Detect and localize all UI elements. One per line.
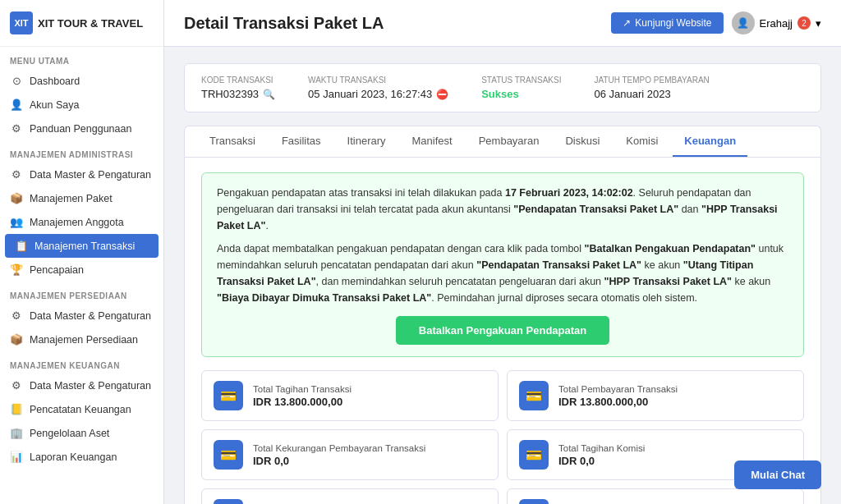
external-link-icon: ↗ (623, 17, 631, 29)
section-persediaan: MANAJEMEN PERSEDIAAN (0, 282, 163, 304)
card-kekurangan-pembayaran-komisi: 💳 Total Kekurangan Pembayaran Komisi IDR… (507, 488, 804, 504)
card-total-pembayaran-transaksi: 💳 Total Pembayaran Transaksi IDR 13.800.… (507, 370, 804, 421)
avatar: 👤 (732, 11, 755, 34)
notice-box: Pengakuan pendapatan atas transaksi ini … (201, 172, 804, 357)
sidebar-item-manajemen-persediaan[interactable]: 📦 Manajemen Persediaan (0, 328, 163, 351)
sidebar-item-dashboard[interactable]: ⊙ Dashboard (0, 69, 163, 93)
sidebar-item-pencapaian[interactable]: 🏆 Pencapaian (0, 258, 163, 282)
section-menu-utama: MENU UTAMA (0, 47, 163, 69)
search-icon[interactable]: 🔍 (263, 89, 275, 100)
package-icon: 📦 (10, 192, 23, 204)
sidebar-item-data-master-admin[interactable]: ⚙ Data Master & Pengaturan (0, 163, 163, 186)
notice-text-2: Anda dapat membatalkan pengakuan pendapa… (217, 241, 788, 306)
card-text-1: Total Pembayaran Transaksi IDR 13.800.00… (558, 384, 678, 408)
sidebar-item-manajemen-transaksi[interactable]: 📋 Manajemen Transaksi (5, 234, 159, 258)
user-icon: 👤 (10, 99, 23, 111)
notice-text: Pengakuan pendapatan atas transaksi ini … (217, 185, 788, 234)
dashboard-icon: ⊙ (10, 75, 23, 87)
card-pembayaran-komisi: 💳 Total Pembayaran Komisi IDR 0,0 (201, 488, 499, 504)
field-waktu-transaksi: WAKTU TRANSAKSI 05 Januari 2023, 16:27:4… (308, 76, 448, 100)
achievement-icon: 🏆 (10, 263, 23, 276)
stop-icon: ⛔ (436, 89, 448, 100)
card-kekurangan-pembayaran: 💳 Total Kekurangan Pembayaran Transaksi … (201, 429, 499, 480)
notification-badge: 2 (797, 16, 811, 30)
sidebar-item-data-master-keuangan[interactable]: ⚙ Data Master & Pengaturan (0, 373, 163, 397)
user-name: Erahajj (760, 17, 793, 30)
card-icon-3: 💳 (519, 440, 549, 470)
transaksi-icon: 📋 (15, 240, 28, 252)
page-title: Detail Transaksi Paket LA (184, 14, 384, 33)
sidebar-item-manajemen-paket[interactable]: 📦 Manajemen Paket (0, 186, 163, 210)
card-text-2: Total Kekurangan Pembayaran Transaksi ID… (253, 443, 425, 467)
tab-komisi[interactable]: Komisi (614, 126, 669, 157)
topbar-right: ↗ Kunjungi Website 👤 Erahajj 2 ▾ (611, 11, 821, 34)
inventory-icon: 📦 (10, 333, 23, 346)
mulai-chat-button[interactable]: Mulai Chat (734, 460, 821, 489)
field-status-transaksi: STATUS TRANSAKSI Sukses (481, 76, 561, 100)
section-keuangan: MANAJEMEN KEUANGAN (0, 351, 163, 373)
members-icon: 👥 (10, 216, 23, 228)
chevron-down-icon: ▾ (816, 17, 821, 30)
tab-keuangan[interactable]: Keuangan (673, 126, 747, 157)
settings-icon: ⚙ (10, 168, 23, 181)
tab-transaksi[interactable]: Transaksi (198, 126, 267, 157)
tab-pembayaran[interactable]: Pembayaran (467, 126, 551, 157)
settings2-icon: ⚙ (10, 309, 23, 322)
card-icon-5: 💳 (519, 499, 549, 504)
tab-manifest[interactable]: Manifest (401, 126, 464, 157)
batalkan-pengakuan-button[interactable]: Batalkan Pengakuan Pendapatan (396, 316, 609, 345)
logo-icon: XIT (10, 11, 33, 34)
field-jatuh-tempo: JATUH TEMPO PEMBAYARAN 06 Januari 2023 (594, 76, 709, 100)
sidebar-item-akun[interactable]: 👤 Akun Saya (0, 93, 163, 117)
tab-bar: Transaksi Fasilitas Itinerary Manifest P… (184, 126, 821, 157)
card-icon-2: 💳 (214, 440, 243, 470)
card-icon-4: 💳 (214, 499, 243, 504)
user-menu[interactable]: 👤 Erahajj 2 ▾ (732, 11, 821, 34)
sidebar-item-panduan[interactable]: ⚙ Panduan Penggunaan (0, 117, 163, 140)
waktu-value: 05 Januari 2023, 16:27:43 (308, 88, 432, 100)
sidebar-item-manajemen-anggota[interactable]: 👥 Manajemen Anggota (0, 210, 163, 234)
sidebar-item-pengelolaan-aset[interactable]: 🏢 Pengelolaan Aset (0, 421, 163, 445)
status-value: Sukses (481, 88, 519, 100)
guide-icon: ⚙ (10, 122, 23, 135)
card-icon-1: 💳 (519, 381, 549, 410)
tempo-value: 06 Januari 2023 (594, 88, 670, 100)
keuangan-tab-content: Pengakuan pendapatan atas transaksi ini … (184, 157, 821, 504)
info-row: KODE TRANSAKSI TRH032393 🔍 WAKTU TRANSAK… (184, 63, 821, 112)
logo-area: XIT XIT TOUR & TRAVEL (0, 0, 163, 47)
sidebar-item-pencatatan-keuangan[interactable]: 📒 Pencatatan Keuangan (0, 397, 163, 421)
sidebar: XIT XIT TOUR & TRAVEL MENU UTAMA ⊙ Dashb… (0, 0, 164, 504)
tab-itinerary[interactable]: Itinerary (336, 126, 398, 157)
card-text-3: Total Tagihan Komisi IDR 0,0 (558, 443, 645, 467)
asset-icon: 🏢 (10, 427, 23, 439)
field-kode-transaksi: KODE TRANSAKSI TRH032393 🔍 (201, 76, 275, 100)
tab-fasilitas[interactable]: Fasilitas (270, 126, 333, 157)
kode-value: TRH032393 (201, 88, 259, 100)
sidebar-item-laporan-keuangan[interactable]: 📊 Laporan Keuangan (0, 445, 163, 469)
tab-diskusi[interactable]: Diskusi (554, 126, 611, 157)
topbar: Detail Transaksi Paket LA ↗ Kunjungi Web… (164, 0, 841, 47)
section-manajemen-admin: MANAJEMEN ADMINISTRASI (0, 140, 163, 163)
visit-website-button[interactable]: ↗ Kunjungi Website (611, 12, 723, 34)
ledger-icon: 📒 (10, 403, 23, 415)
report-icon: 📊 (10, 451, 23, 463)
main-area: Detail Transaksi Paket LA ↗ Kunjungi Web… (164, 0, 841, 504)
card-icon-0: 💳 (214, 381, 243, 410)
content-area: KODE TRANSAKSI TRH032393 🔍 WAKTU TRANSAK… (164, 47, 841, 504)
card-text-0: Total Tagihan Transaksi IDR 13.800.000,0… (253, 384, 352, 408)
settings3-icon: ⚙ (10, 379, 23, 392)
logo-text: XIT TOUR & TRAVEL (38, 17, 143, 30)
card-total-tagihan-transaksi: 💳 Total Tagihan Transaksi IDR 13.800.000… (201, 370, 499, 421)
sidebar-item-data-master-persediaan[interactable]: ⚙ Data Master & Pengaturan (0, 304, 163, 328)
summary-grid: 💳 Total Tagihan Transaksi IDR 13.800.000… (201, 370, 804, 504)
